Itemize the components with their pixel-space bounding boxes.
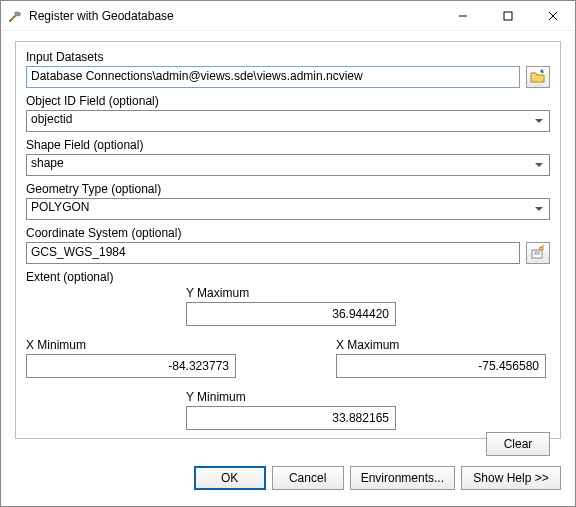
x-max-label: X Maximum [336, 338, 546, 352]
shape-field-value: shape [31, 156, 64, 170]
geometry-type-select[interactable]: POLYGON [26, 198, 550, 220]
minimize-button[interactable] [440, 1, 485, 30]
y-min-input[interactable] [186, 406, 396, 430]
extent-grid: Y Maximum X Minimum X Maximum Y Minimum … [26, 286, 550, 456]
ok-button[interactable]: OK [194, 466, 266, 490]
x-min-label: X Minimum [26, 338, 236, 352]
shape-field-select[interactable]: shape [26, 154, 550, 176]
input-datasets-field[interactable]: Database Connections\admin@views.sde\vie… [26, 66, 520, 88]
cancel-button[interactable]: Cancel [272, 466, 344, 490]
object-id-label: Object ID Field (optional) [26, 94, 550, 108]
coord-sys-label: Coordinate System (optional) [26, 226, 550, 240]
content-area: Input Datasets Database Connections\admi… [1, 31, 575, 460]
geometry-type-label: Geometry Type (optional) [26, 182, 550, 196]
coord-sys-browse-button[interactable] [526, 242, 550, 264]
input-datasets-label: Input Datasets [26, 50, 550, 64]
maximize-button[interactable] [485, 1, 530, 30]
x-max-input[interactable] [336, 354, 546, 378]
dialog-window: Register with Geodatabase Input Datasets… [0, 0, 576, 507]
object-id-select[interactable]: objectid [26, 110, 550, 132]
form-panel: Input Datasets Database Connections\admi… [15, 41, 561, 439]
shape-field-label: Shape Field (optional) [26, 138, 550, 152]
titlebar: Register with Geodatabase [1, 1, 575, 31]
y-min-label: Y Minimum [186, 390, 396, 404]
show-help-button[interactable]: Show Help >> [461, 466, 561, 490]
svg-rect-1 [504, 12, 512, 20]
footer: OK Cancel Environments... Show Help >> [1, 460, 575, 506]
object-id-value: objectid [31, 112, 72, 126]
y-max-input[interactable] [186, 302, 396, 326]
y-max-label: Y Maximum [186, 286, 396, 300]
browse-button[interactable] [526, 66, 550, 88]
close-button[interactable] [530, 1, 575, 30]
window-title: Register with Geodatabase [29, 9, 440, 23]
geometry-type-value: POLYGON [31, 200, 89, 214]
clear-button[interactable]: Clear [486, 432, 550, 456]
coord-sys-field[interactable]: GCS_WGS_1984 [26, 242, 520, 264]
hammer-icon [7, 8, 23, 24]
x-min-input[interactable] [26, 354, 236, 378]
extent-label: Extent (optional) [26, 270, 550, 284]
environments-button[interactable]: Environments... [350, 466, 455, 490]
